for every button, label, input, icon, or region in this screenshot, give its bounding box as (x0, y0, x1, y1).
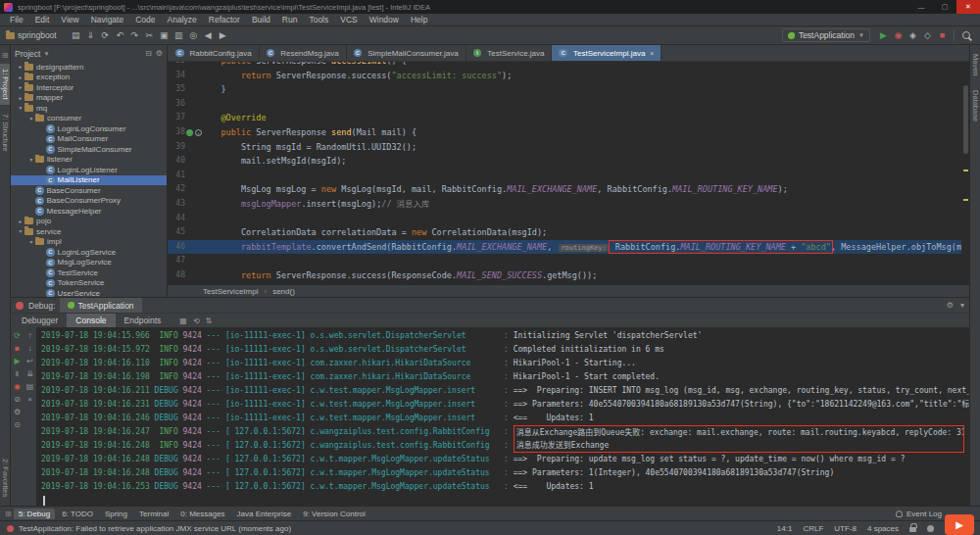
override-marker-icon[interactable]: ↑ (195, 129, 202, 136)
menu-view[interactable]: View (55, 15, 84, 24)
tree-item-loginlogconsumer[interactable]: CLoginLogConsumer (11, 123, 167, 134)
sync-icon[interactable]: ⟳ (98, 28, 113, 43)
back-icon[interactable]: ◀ (201, 28, 216, 43)
toolwindow-button-debug[interactable]: 5: Debug (14, 509, 55, 519)
error-stripe-mark[interactable] (963, 199, 968, 201)
maximize-button[interactable]: ▢ (933, 0, 956, 14)
debug-tab-console[interactable]: Console (67, 314, 115, 327)
layout-icon[interactable]: ▦ (179, 316, 187, 325)
settings-icon[interactable]: ⚙ (156, 49, 163, 58)
toolwindow-switcher-icon[interactable]: ⊞ (2, 49, 9, 60)
menu-navigate[interactable]: Navigate (85, 15, 130, 24)
expand-arrow-icon[interactable]: ▾ (27, 239, 35, 245)
menu-build[interactable]: Build (246, 15, 276, 24)
print-icon[interactable]: ▤ (24, 381, 35, 392)
expand-arrow-icon[interactable]: ▾ (17, 105, 24, 111)
debug-icon[interactable]: ◉ (891, 28, 906, 43)
expand-arrow-icon[interactable]: ▸ (17, 84, 24, 90)
copy-icon[interactable]: ▣ (157, 28, 172, 43)
run-icon[interactable]: ▶ (876, 28, 891, 43)
expand-arrow-icon[interactable]: ▾ (27, 157, 35, 163)
code-line-41[interactable]: 41 (168, 169, 961, 183)
find-icon[interactable]: ◎ (186, 28, 201, 43)
tree-item-exception[interactable]: ▸exception (11, 73, 167, 83)
view-breakpoints-icon[interactable]: ◉ (12, 381, 23, 392)
tree-item-msglogservice[interactable]: CMsgLogService (11, 258, 167, 268)
down-stack-icon[interactable]: ↓ (24, 343, 35, 354)
tree-item-userservice[interactable]: CUserService (11, 288, 167, 297)
code-editor[interactable]: 33 public ServerResponse accessLimit() {… (168, 62, 969, 284)
resume-icon[interactable]: ▶ (12, 356, 23, 366)
code-line-39[interactable]: 39 String msgId = RandomUtil.UUID32(); (168, 140, 961, 155)
code-line-43[interactable]: 43 msgLogMapper.insert(msgLog);// 消息入库 (168, 197, 961, 212)
menu-refactor[interactable]: Refactor (203, 15, 246, 24)
coverage-icon[interactable]: ◈ (906, 28, 920, 43)
menu-window[interactable]: Window (364, 15, 405, 24)
clear-all-icon[interactable]: × (24, 394, 35, 405)
code-line-49[interactable]: 49 } (168, 283, 961, 285)
toolwindow-button-versioncontrol[interactable]: 9: Version Control (298, 509, 370, 519)
tree-item-mapper[interactable]: ▸mapper (11, 93, 167, 104)
cut-icon[interactable]: ✂ (142, 28, 157, 43)
hide-icon[interactable]: ▾ (960, 301, 964, 310)
code-line-35[interactable]: 35 } (168, 82, 961, 97)
redo-icon[interactable]: ↷ (127, 28, 142, 43)
tree-item-simplemailconsumer[interactable]: CSimpleMailConsumer (11, 144, 167, 155)
menu-edit[interactable]: Edit (29, 15, 56, 24)
breadcrumb-item[interactable]: send() (272, 287, 295, 296)
rerun-icon[interactable]: ⟳ (12, 330, 23, 341)
tree-item-pojo[interactable]: ▸pojo (11, 217, 167, 227)
expand-arrow-icon[interactable]: ▸ (17, 219, 24, 224)
tree-item-loginloglistener[interactable]: CLoginLogListener (11, 165, 167, 175)
settings-icon[interactable]: ⚙ (947, 301, 954, 310)
collapse-all-icon[interactable]: ⊟ (145, 49, 152, 58)
project-view-selector[interactable]: Project (15, 49, 40, 59)
code-line-37[interactable]: 37 @Override (168, 111, 961, 125)
toolwindow-button-project[interactable]: 1: Project (0, 64, 11, 105)
forward-icon[interactable]: ▶ (216, 28, 230, 43)
inspections-indicator-icon[interactable] (927, 525, 934, 532)
editor-tab-testserviceimpl-java[interactable]: CTestServiceImpl.java× (552, 45, 662, 61)
tree-item-baseconsumer[interactable]: CBaseConsumer (11, 185, 167, 196)
soft-wrap-icon[interactable]: ↩ (24, 356, 35, 366)
open-icon[interactable]: ▤ (69, 28, 83, 43)
editor-tab-simplemailconsumer-java[interactable]: CSimpleMailConsumer.java (347, 45, 466, 61)
toolwindow-button-terminal[interactable]: Terminal (134, 509, 173, 519)
close-icon[interactable]: × (650, 50, 654, 57)
menu-tools[interactable]: Tools (303, 15, 334, 24)
pause-icon[interactable]: ‖ (12, 368, 23, 379)
tree-item-tokenservice[interactable]: CTokenService (11, 278, 167, 289)
code-line-46[interactable]: 46 rabbitTemplate.convertAndSend(RabbitC… (168, 240, 961, 255)
editor-tab-testservice-java[interactable]: ITestService.java (466, 45, 553, 61)
file-encoding[interactable]: UTF-8 (834, 524, 857, 533)
code-line-38[interactable]: 38↑ public ServerResponse send(Mail mail… (168, 125, 961, 140)
code-line-44[interactable]: 44 (168, 212, 961, 226)
expand-arrow-icon[interactable]: ▸ (17, 64, 24, 70)
toolwindow-button-structure[interactable]: 7: Structure (0, 109, 11, 157)
tree-item-baseconsumerproxy[interactable]: CBaseConsumerProxy (11, 196, 167, 207)
error-stripe-mark[interactable] (963, 170, 968, 171)
sort-icon[interactable]: ⇅ (206, 316, 213, 325)
indent-style[interactable]: 4 spaces (867, 524, 899, 533)
debug-session-tab[interactable]: TestApplication (60, 298, 141, 313)
editor-tab-rabbitconfig-java[interactable]: CRabbitConfig.java (169, 45, 260, 61)
menu-run[interactable]: Run (276, 15, 304, 24)
debug-tab-endpoints[interactable]: Endpoints (116, 314, 171, 327)
toolwindow-button-spring[interactable]: Spring (100, 509, 132, 519)
toolwindow-button-messages[interactable]: 0: Messages (175, 509, 229, 519)
line-separator[interactable]: CRLF (803, 524, 823, 533)
stop-icon[interactable]: ■ (12, 343, 23, 354)
paste-icon[interactable]: ▥ (172, 28, 186, 43)
debug-tab-debugger[interactable]: Debugger (13, 314, 67, 327)
minimize-button[interactable]: — (909, 0, 933, 14)
bean-gutter-icon[interactable] (186, 129, 193, 136)
tree-item-designpattern[interactable]: ▸designpattern (11, 62, 167, 73)
settings-icon[interactable]: ⚙ (12, 407, 23, 417)
status-message[interactable]: TestApplication: Failed to retrieve appl… (19, 524, 291, 533)
code-line-34[interactable]: 34 return ServerResponse.success("access… (168, 69, 961, 83)
search-everywhere-icon[interactable] (962, 31, 970, 39)
tree-item-maillistener[interactable]: CMailListener (11, 175, 167, 186)
editor-tab-resendmsg-java[interactable]: CResendMsg.java (260, 45, 347, 61)
toolwindow-button-maven[interactable]: Maven (970, 49, 980, 81)
menu-help[interactable]: Help (405, 15, 433, 24)
